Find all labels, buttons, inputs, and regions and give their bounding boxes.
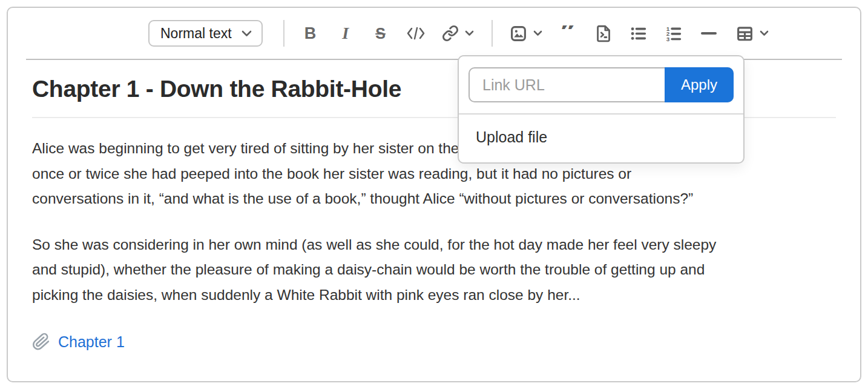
bullet-list-button[interactable] xyxy=(621,19,656,48)
table-icon xyxy=(736,25,754,42)
text-line: once or twice she had peeped into the bo… xyxy=(32,161,836,187)
blockquote-button[interactable]: ” xyxy=(551,19,586,48)
text-line: picking the daisies, when suddenly a Whi… xyxy=(32,282,836,308)
text-line: conversations in it, “and what is the us… xyxy=(32,186,836,211)
text-line: So she was considering in her own mind (… xyxy=(32,232,836,258)
italic-icon: I xyxy=(342,24,349,43)
code-icon xyxy=(406,25,426,41)
attachment-row: Chapter 1 xyxy=(32,333,836,351)
ordered-list-icon: 123 xyxy=(665,25,682,42)
inline-code-button[interactable] xyxy=(398,19,433,48)
text-line: and stupid), whether the pleasure of mak… xyxy=(32,257,836,282)
strikethrough-button[interactable]: S xyxy=(363,19,398,48)
image-icon xyxy=(510,25,527,42)
attachment-link[interactable]: Chapter 1 xyxy=(58,333,125,351)
editor-container: Normal text B I S ” xyxy=(7,7,861,382)
strikethrough-icon: S xyxy=(375,25,386,42)
chevron-down-icon xyxy=(760,30,769,36)
ordered-list-button[interactable]: 123 xyxy=(656,19,691,48)
block-type-select[interactable]: Normal text xyxy=(148,20,263,47)
code-block-button[interactable] xyxy=(586,19,621,48)
blockquote-icon: ” xyxy=(559,25,577,41)
chevron-down-icon xyxy=(242,30,252,37)
horizontal-rule-button[interactable] xyxy=(691,19,726,48)
block-type-label: Normal text xyxy=(160,25,232,42)
upload-file-item[interactable]: Upload file xyxy=(459,115,743,162)
image-button[interactable] xyxy=(501,19,551,48)
chevron-down-icon xyxy=(533,30,542,36)
paperclip-icon xyxy=(31,332,51,351)
code-file-icon xyxy=(595,25,611,42)
toolbar-separator xyxy=(283,20,284,47)
horizontal-rule-icon xyxy=(701,32,717,35)
link-icon xyxy=(442,25,459,42)
toolbar: Normal text B I S ” xyxy=(8,8,860,59)
apply-button[interactable]: Apply xyxy=(665,67,734,102)
chevron-down-icon xyxy=(465,30,474,36)
link-url-group: Apply xyxy=(469,67,734,102)
toolbar-separator xyxy=(492,20,493,47)
link-url-section: Apply xyxy=(459,56,743,113)
paragraph: So she was considering in her own mind (… xyxy=(32,232,836,308)
bullet-list-icon xyxy=(630,25,647,42)
bold-button[interactable]: B xyxy=(293,19,328,48)
link-button[interactable] xyxy=(433,19,483,48)
table-button[interactable] xyxy=(726,19,778,48)
svg-text:3: 3 xyxy=(666,36,670,42)
bold-icon: B xyxy=(304,24,317,43)
link-popover: Apply Upload file xyxy=(458,55,745,164)
italic-button[interactable]: I xyxy=(328,19,363,48)
